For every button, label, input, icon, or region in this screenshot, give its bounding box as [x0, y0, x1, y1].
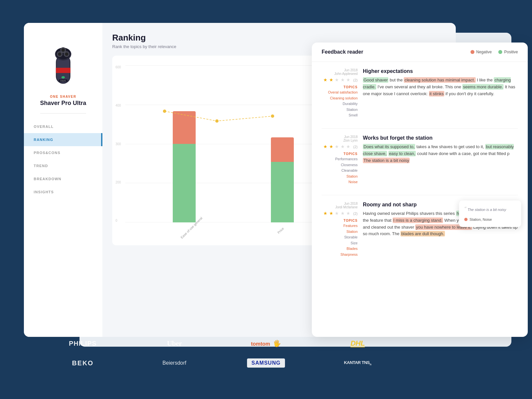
highlight-red-4: I miss is a charging stand.: [393, 217, 443, 223]
logos-bar: PHILIPS Uber tomtom 🖐 DHL BEKO Beiersdor…: [24, 330, 508, 376]
y-label-200: 200: [115, 181, 121, 184]
bar-group-1: Ease of use general: [173, 111, 196, 222]
divider: [40, 113, 86, 113]
logo-samsung: SAMSUNG: [247, 358, 285, 368]
bar-red-2: [271, 137, 294, 162]
review-stars-1: ★ ★ ★ ★ ★ (2): [322, 77, 358, 83]
logo-uber: Uber: [167, 339, 182, 348]
logo-beko: BEKO: [72, 359, 94, 367]
divider-2: [322, 195, 518, 195]
highlight-red-2: it stinks: [429, 91, 444, 96]
bar-red-1: [173, 111, 196, 144]
review-text-1: Good shaver but the cleaning solution ha…: [363, 77, 518, 97]
highlight-red-3: The station is a bit noisy: [363, 158, 410, 163]
sidebar: PHILIPS ONE SHAVER Shaver Pro Ultra OVER…: [24, 23, 102, 337]
y-label-300: 300: [115, 142, 121, 146]
y-label-600: 600: [115, 65, 121, 69]
positive-label: Positive: [504, 50, 518, 54]
svg-point-11: [62, 76, 65, 78]
sidebar-item-ranking[interactable]: RANKING: [24, 133, 102, 146]
highlight-red: cleaning solution has minimal impact.: [404, 77, 475, 83]
sidebar-item-trend[interactable]: TREND: [24, 159, 102, 172]
logo-beiersdorf: Beiersdorf: [163, 360, 186, 366]
feedback-body[interactable]: Jun 2018 John Appleseed ★ ★ ★ ★ ★ (2) To…: [312, 62, 528, 337]
tooltip-popup: The station is a bit noisy Station, Nois…: [459, 200, 521, 227]
feedback-title: Feedback reader: [322, 49, 464, 55]
svg-text:PHILIPS: PHILIPS: [60, 80, 66, 82]
review-content-2: Works but forget the station Does what i…: [363, 135, 518, 185]
highlight-green-4: Does what its supposed to,: [363, 144, 415, 149]
divider-1: [322, 128, 518, 129]
legend-negative: Negative: [470, 50, 492, 54]
bar-green-2: [271, 162, 294, 222]
tooltip-dot: [464, 218, 468, 221]
legend-positive: Positive: [498, 50, 518, 54]
review-content-1: Higher expectations Good shaver but the …: [363, 68, 518, 118]
app-container: PHILIPS ONE SHAVER Shaver Pro Ultra OVER…: [24, 23, 508, 376]
negative-dot: [470, 50, 474, 54]
product-image: PHILIPS: [42, 33, 84, 88]
review-text-2: Does what its supposed to, takes a few s…: [363, 144, 518, 164]
review-date-2: Jun 2018 Zion Lynn: [322, 135, 358, 142]
svg-point-10: [65, 52, 68, 56]
sidebar-item-insights[interactable]: INSIGHTS: [24, 185, 102, 199]
feedback-panel: Feedback reader Negative Positive Jun 20…: [312, 43, 528, 337]
feedback-header: Feedback reader Negative Positive: [312, 43, 528, 62]
review-meta-3: Jun 2018 Jordi Mcfarlane ★ ★ ★ ★ ★ (2) T…: [322, 202, 358, 258]
sidebar-item-proscons[interactable]: PROS&CONS: [24, 146, 102, 159]
review-date-1: Jun 2018 John Appleseed: [322, 68, 358, 76]
page-title: Ranking: [112, 33, 446, 43]
product-name: Shaver Pro Ultra: [40, 100, 86, 107]
review-block-1: Jun 2018 John Appleseed ★ ★ ★ ★ ★ (2) To…: [322, 68, 518, 118]
positive-dot: [498, 50, 502, 54]
review-block-2: Jun 2018 Zion Lynn ★ ★ ★ ★ ★ (2) Topics: [322, 135, 518, 185]
bar-group-2: Price: [271, 137, 294, 222]
negative-label: Negative: [476, 50, 492, 54]
logo-philips: PHILIPS: [69, 340, 97, 347]
bar-green-1: [173, 144, 196, 222]
review-meta-1: Jun 2018 John Appleseed ★ ★ ★ ★ ★ (2) To…: [322, 68, 358, 118]
nav-list: OVERALL RANKING PROS&CONS TREND BREAKDOW…: [24, 120, 102, 199]
review-stars-3: ★ ★ ★ ★ ★ (2): [322, 210, 358, 216]
y-label-400: 400: [115, 104, 121, 107]
highlight-green-6: easy to clean,: [388, 151, 416, 156]
brand-label: ONE SHAVER: [50, 95, 76, 98]
bar-label-2: Price: [277, 227, 285, 234]
highlight-green-3: seems more durable.: [462, 84, 504, 90]
highlight-green: Good shaver: [363, 77, 388, 83]
highlight-orange-1: blades are dull though.: [400, 231, 445, 236]
tooltip-tag: Station, Noise: [464, 217, 492, 221]
review-row-1: Jun 2018 John Appleseed ★ ★ ★ ★ ★ (2) To…: [322, 68, 518, 118]
review-row-2: Jun 2018 Zion Lynn ★ ★ ★ ★ ★ (2) Topics: [322, 135, 518, 185]
logo-kantar: KANTAR TNSn: [344, 360, 371, 366]
y-label-0: 0: [115, 219, 121, 222]
sidebar-item-overall[interactable]: OVERALL: [24, 120, 102, 133]
svg-rect-2: [56, 68, 70, 73]
review-meta-2: Jun 2018 Zion Lynn ★ ★ ★ ★ ★ (2) Topics: [322, 135, 358, 185]
logo-dhl: DHL: [350, 339, 365, 348]
sidebar-item-breakdown[interactable]: BREAKDOWN: [24, 172, 102, 185]
review-date-3: Jun 2018 Jordi Mcfarlane: [322, 202, 358, 209]
tooltip-quote: The station is a bit noisy: [464, 205, 516, 213]
svg-point-8: [62, 48, 65, 52]
svg-point-9: [58, 52, 62, 56]
logo-tomtom: tomtom 🖐: [251, 339, 281, 347]
review-stars-2: ★ ★ ★ ★ ★ (2): [322, 144, 358, 149]
